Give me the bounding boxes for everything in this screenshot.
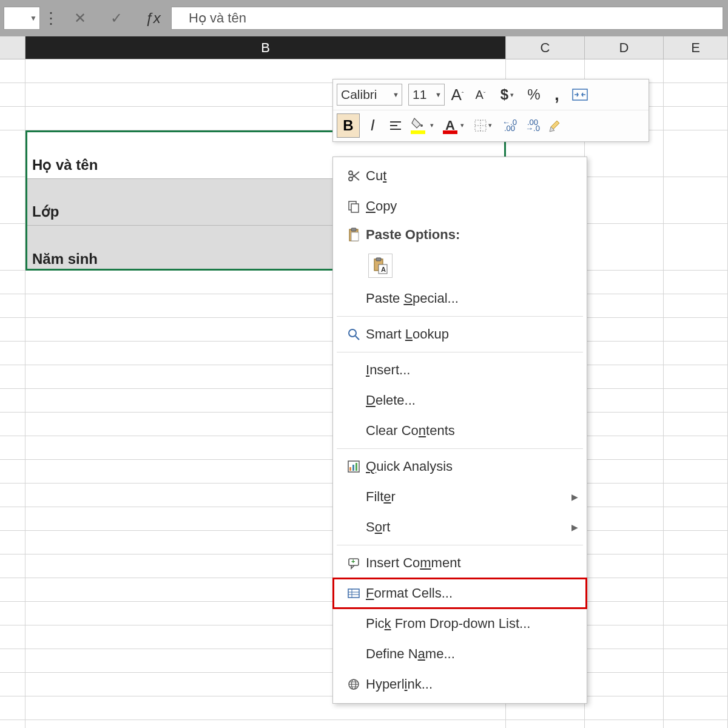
comma-format-button[interactable]: , [547, 84, 567, 105]
decrease-font-button[interactable]: Aˇ [470, 84, 491, 105]
increase-font-button[interactable]: Aˆ [447, 84, 468, 105]
fx-label[interactable]: ƒx [135, 7, 171, 30]
menu-clear-contents[interactable]: Clear Contents [333, 416, 587, 446]
down-caret-icon: ˇ [484, 91, 486, 98]
increase-decimal-button[interactable]: ←.0 .00 [499, 115, 520, 136]
submenu-arrow-icon: ▶ [571, 492, 578, 502]
copy-icon [342, 200, 366, 213]
menu-sort[interactable]: Sort ▶ [333, 512, 587, 542]
chevron-down-icon: ▾ [430, 121, 434, 129]
cell-text: Lớp [32, 203, 59, 220]
menu-paste-options-row: A [333, 248, 587, 283]
menu-insert-comment[interactable]: + Insert Comment [333, 548, 587, 578]
menu-define-name[interactable]: Define Name... [333, 639, 587, 669]
menu-paste-options-label: Paste Options: [333, 221, 587, 248]
svg-point-21 [349, 329, 356, 337]
font-combo[interactable]: Calibri ▼ [337, 84, 402, 106]
menu-separator [337, 545, 583, 545]
cell-text: Năm sinh [32, 251, 98, 268]
font-color-swatch [443, 130, 457, 134]
svg-rect-18 [376, 258, 381, 261]
up-caret-icon: ˆ [462, 91, 464, 98]
svg-rect-26 [356, 463, 357, 471]
svg-rect-24 [349, 467, 351, 471]
chevron-down-icon: ▾ [510, 91, 514, 99]
chevron-down-icon: ▼ [30, 14, 37, 22]
menu-pick-from-list[interactable]: Pick From Drop-down List... [333, 608, 587, 639]
font-size-combo[interactable]: 11 ▼ [408, 84, 445, 106]
comment-icon: + [342, 556, 366, 570]
fill-color-swatch [411, 130, 425, 134]
svg-rect-16 [351, 232, 359, 241]
menu-separator [337, 448, 583, 449]
column-header-b[interactable]: B [25, 36, 506, 59]
align-button[interactable] [385, 115, 406, 136]
merge-center-button[interactable] [570, 84, 590, 105]
bold-button[interactable]: B [337, 113, 360, 138]
column-header-d[interactable]: D [585, 36, 664, 59]
svg-rect-13 [351, 204, 359, 212]
percent-format-button[interactable]: % [524, 84, 544, 105]
menu-hyperlink[interactable]: Hyperlink... [333, 669, 587, 699]
menu-delete[interactable]: Delete... [333, 385, 587, 416]
column-headers: B C D E [0, 36, 728, 59]
menu-filter[interactable]: Filter ▶ [333, 482, 587, 512]
font-color-button[interactable]: A ▾ [439, 115, 467, 136]
clipboard-icon [342, 228, 366, 242]
globe-icon [342, 678, 366, 691]
menu-separator [337, 352, 583, 352]
formula-text: Họ và tên [189, 10, 246, 26]
italic-button[interactable]: I [362, 115, 383, 136]
accounting-format-button[interactable]: $▾ [493, 84, 521, 105]
svg-rect-15 [351, 228, 356, 231]
menu-format-cells[interactable]: Format Cells... [333, 578, 587, 608]
svg-rect-25 [352, 465, 354, 471]
chevron-down-icon: ▼ [435, 91, 442, 98]
menu-insert[interactable]: Insert... [333, 355, 587, 385]
decrease-decimal-button[interactable]: .00 →.0 [522, 115, 543, 136]
menu-smart-lookup[interactable]: Smart Lookup [333, 319, 587, 349]
menu-paste-special[interactable]: Paste Special... [333, 283, 587, 314]
formula-input[interactable]: Họ và tên [171, 7, 723, 30]
formula-bar: ▼ ⋮ ✕ ✓ ƒx Họ và tên [0, 0, 728, 36]
menu-dots-icon[interactable]: ⋮ [43, 16, 59, 20]
chevron-down-icon: ▾ [488, 121, 492, 129]
menu-separator [337, 316, 583, 317]
svg-text:A: A [381, 266, 386, 273]
name-box[interactable]: ▼ [4, 7, 40, 30]
menu-cut[interactable]: Cut [333, 161, 587, 191]
paste-default-button[interactable]: A [368, 254, 393, 278]
fill-color-button[interactable]: ▾ [408, 115, 436, 136]
menu-copy[interactable]: Copy [333, 191, 587, 221]
context-menu: Cut Copy Paste Options: A Paste Special.… [332, 157, 587, 704]
column-header-c[interactable]: C [506, 36, 585, 59]
chevron-down-icon: ▾ [460, 121, 464, 129]
toolbar-separator: ⋮ [40, 16, 62, 20]
cell-text: Họ và tên [32, 157, 98, 174]
format-painter-button[interactable] [545, 115, 566, 136]
format-cells-icon [342, 587, 366, 600]
svg-text:+: + [351, 558, 355, 565]
submenu-arrow-icon: ▶ [571, 522, 578, 532]
column-header-e[interactable]: E [664, 36, 728, 59]
svg-rect-29 [348, 589, 359, 598]
quick-analysis-icon [342, 460, 366, 473]
borders-button[interactable]: ▾ [469, 115, 497, 136]
search-icon [342, 328, 366, 341]
mini-toolbar: Calibri ▼ 11 ▼ Aˆ Aˇ $▾ % , B I ▾ [332, 79, 649, 142]
menu-quick-analysis[interactable]: Quick Analysis [333, 451, 587, 482]
svg-line-22 [356, 336, 359, 340]
scissors-icon [342, 169, 366, 183]
cancel-edit-button: ✕ [62, 7, 98, 30]
select-all-corner[interactable] [0, 36, 25, 59]
confirm-edit-button: ✓ [98, 7, 135, 30]
svg-point-4 [420, 124, 423, 127]
chevron-down-icon: ▼ [393, 91, 399, 98]
